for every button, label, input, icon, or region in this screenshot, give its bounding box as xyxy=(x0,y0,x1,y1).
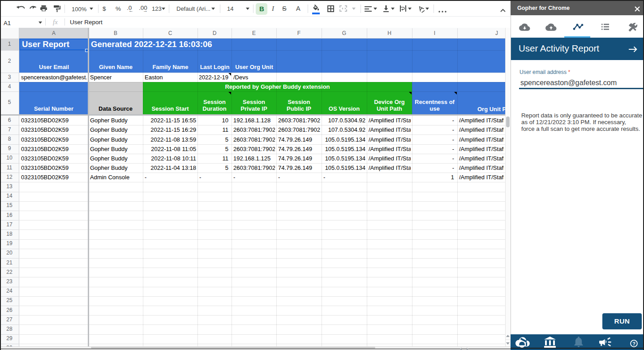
svg-text:?: ? xyxy=(632,341,635,346)
